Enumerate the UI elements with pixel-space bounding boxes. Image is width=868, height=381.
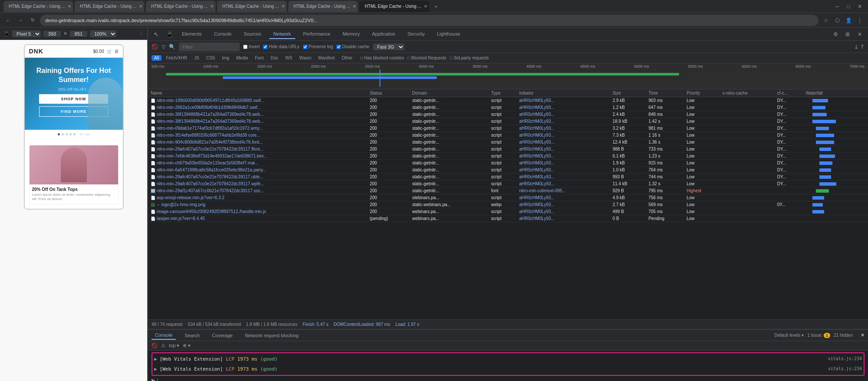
table-row[interactable]: 📄nitro-min-904c800b8d821e7a054ef0738bed4…	[148, 139, 868, 146]
warning-icon[interactable]: ⚠	[161, 343, 165, 348]
new-tab-button[interactable]: +	[431, 1, 441, 12]
tab-close-2[interactable]: ✕	[139, 4, 142, 9]
filter-console-icon[interactable]: ⊕ ▾	[183, 343, 191, 348]
back-button[interactable]: ←	[3, 16, 13, 25]
clear-icon[interactable]: 🚫	[152, 44, 158, 50]
zoom-selector[interactable]: 100%	[90, 30, 116, 37]
type-media[interactable]: Media	[234, 55, 251, 61]
table-row[interactable]: 📄nitro-min-6a5471998ca8c58a1fcce025ebc98…	[148, 167, 868, 174]
console-tab-network-blocking[interactable]: Network request blocking	[241, 332, 302, 339]
tab-6[interactable]: HTML Edge Cache - Using ... ✕	[360, 1, 429, 12]
devtools-settings-icon[interactable]: ⚙	[831, 30, 840, 39]
expand-arrow-1[interactable]: ▶	[154, 356, 157, 362]
col-cf-c[interactable]: cf-c...	[775, 89, 803, 97]
col-domain[interactable]: Domain	[409, 89, 488, 97]
type-other[interactable]: Other	[339, 55, 355, 61]
reload-button[interactable]: ↻	[28, 16, 37, 25]
console-tab-console[interactable]: Console	[152, 331, 176, 340]
tab-close-3[interactable]: ✕	[210, 4, 214, 9]
tab-2[interactable]: HTML Edge Cache - Using ... ✕	[75, 1, 144, 12]
tab-close-5[interactable]: ✕	[353, 4, 356, 9]
tab-security[interactable]: Security	[403, 30, 429, 39]
tab-memory[interactable]: Memory	[338, 30, 364, 39]
type-img[interactable]: Img	[219, 55, 232, 61]
expand-arrow-2[interactable]: ▶	[154, 366, 157, 372]
table-row[interactable]: 📄nitro-min-ch679a50br650a2e115ear1b5838e…	[148, 160, 868, 167]
device-selector[interactable]: Pixel 5	[12, 30, 41, 37]
profile-icon[interactable]: 👤	[844, 16, 853, 25]
col-size[interactable]: Size	[610, 89, 646, 97]
minimize-icon[interactable]: ─	[832, 2, 842, 11]
close-console-icon[interactable]: ✕	[861, 332, 865, 338]
table-row[interactable]: 📄nitro-min-3f14efse88f0336c668774ahb2ef8…	[148, 132, 868, 139]
tab-4[interactable]: HTML Edge Cache - Using ... ✕	[217, 1, 287, 12]
disable-cache-checkbox[interactable]: Disable cache	[337, 44, 370, 49]
table-row[interactable]: 📄nitro-min-29afc407a67cc0e21e7078422dc39…	[148, 181, 868, 187]
type-manifest[interactable]: Manifest	[316, 55, 337, 61]
network-filter-input[interactable]	[179, 43, 240, 51]
table-row[interactable]: 📄nitro-min-2682a1ce09bf06bf04b1d30fb9849…	[148, 104, 868, 111]
table-row[interactable]: 📄asp-emoji-release.min.js?ver=6.3.2 200 …	[148, 194, 868, 201]
default-levels-button[interactable]: Default levels ▾	[774, 333, 804, 338]
invert-checkbox[interactable]: Invert	[243, 44, 260, 49]
timeline-track[interactable]	[152, 69, 865, 87]
table-row[interactable]: 📄nitro-min-7efdc4638e873d14e46932ae17de6…	[148, 153, 868, 160]
tab-1[interactable]: HTML Edge Cache - Using ... ✕	[3, 1, 73, 12]
height-input[interactable]	[70, 31, 87, 37]
forward-button[interactable]: →	[16, 16, 25, 25]
table-row[interactable]: 📄nitro-min-09dab1e7174af3cb7df0f2a1af10c…	[148, 125, 868, 132]
type-wasm[interactable]: Wasm	[297, 55, 314, 61]
export-icon[interactable]: ⤒	[860, 44, 865, 50]
clear-console-icon[interactable]: 🚫	[152, 343, 158, 348]
cursor-indicator[interactable]: |	[157, 378, 158, 381]
col-waterfall[interactable]: Waterfall	[803, 89, 868, 97]
address-input[interactable]	[40, 15, 818, 26]
network-table-container[interactable]: Name Status Domain Type Initiator Size T…	[148, 89, 868, 319]
extensions-icon[interactable]: ⬡	[832, 16, 842, 25]
tab-3[interactable]: HTML Edge Cache - Using ... ✕	[146, 1, 215, 12]
close-window-icon[interactable]: ✕	[855, 2, 865, 11]
console-file-2[interactable]: vitals.js:234	[828, 366, 862, 371]
devtools-inspect-icon[interactable]: ↖	[152, 30, 161, 39]
tab-network[interactable]: Network	[269, 30, 295, 39]
top-context-selector[interactable]: top ▾	[169, 343, 179, 348]
devtools-close-icon[interactable]: ✕	[855, 30, 865, 39]
type-font[interactable]: Font	[252, 55, 266, 61]
preserve-log-checkbox[interactable]: Preserve log	[303, 44, 333, 49]
table-row[interactable]: 📄nitro-min-38f1394868b421a7a264a07369ed4…	[148, 118, 868, 125]
table-row[interactable]: 📄nitro-min-38f1394868b421a7a264a07369ed4…	[148, 111, 868, 118]
type-css[interactable]: CSS	[204, 55, 218, 61]
throttle-selector[interactable]: Fast 3G	[373, 43, 404, 50]
settings-icon[interactable]: ⋮	[855, 16, 865, 25]
col-priority[interactable]: Priority	[684, 89, 720, 97]
table-row[interactable]: 🔤nitro-min-29af1c407a67cc0b21e7078422dc3…	[148, 187, 868, 194]
tab-sources[interactable]: Sources	[239, 30, 265, 39]
filter-icon[interactable]: ▽	[162, 44, 165, 50]
col-nitro-cache[interactable]: x-nitro-cache	[720, 89, 775, 97]
type-ws[interactable]: WS	[283, 55, 295, 61]
devtools-device-icon[interactable]: 📱	[165, 30, 174, 39]
console-tab-search[interactable]: Search	[181, 332, 203, 339]
tab-close-4[interactable]: ✕	[281, 4, 285, 9]
table-row[interactable]: 📄nitro-min-29afc407a67cc0e21e7078422dc39…	[148, 146, 868, 153]
col-type[interactable]: Type	[488, 89, 517, 97]
width-input[interactable]	[43, 31, 61, 37]
col-name[interactable]: Name	[148, 89, 367, 97]
console-file-1[interactable]: vitals.js:234	[828, 356, 862, 361]
col-status[interactable]: Status	[367, 89, 409, 97]
devtools-dock-icon[interactable]: ⊞	[843, 30, 852, 39]
type-js[interactable]: JS	[191, 55, 202, 61]
tab-close-1[interactable]: ✕	[68, 4, 71, 9]
tab-application[interactable]: Application	[368, 30, 400, 39]
import-icon[interactable]: ⤓	[854, 44, 858, 50]
search-icon[interactable]: 🔍	[169, 44, 175, 50]
tab-5[interactable]: HTML Edge Cache - Using ... ✕	[288, 1, 358, 12]
col-initiator[interactable]: Initiator	[517, 89, 610, 97]
tab-close-6[interactable]: ✕	[424, 4, 427, 9]
bookmark-icon[interactable]: ☆	[821, 16, 831, 25]
tab-lighthouse[interactable]: Lighthouse	[432, 30, 465, 39]
table-row[interactable]: 📄image-carousel4455cf3082492f29f897512./…	[148, 208, 868, 215]
hide-data-urls-checkbox[interactable]: Hide data URLs	[263, 44, 300, 49]
table-row[interactable]: 📄lasiper.min.js?ver=8.4.45 (pending) web…	[148, 215, 868, 222]
console-tab-coverage[interactable]: Coverage	[208, 332, 236, 339]
